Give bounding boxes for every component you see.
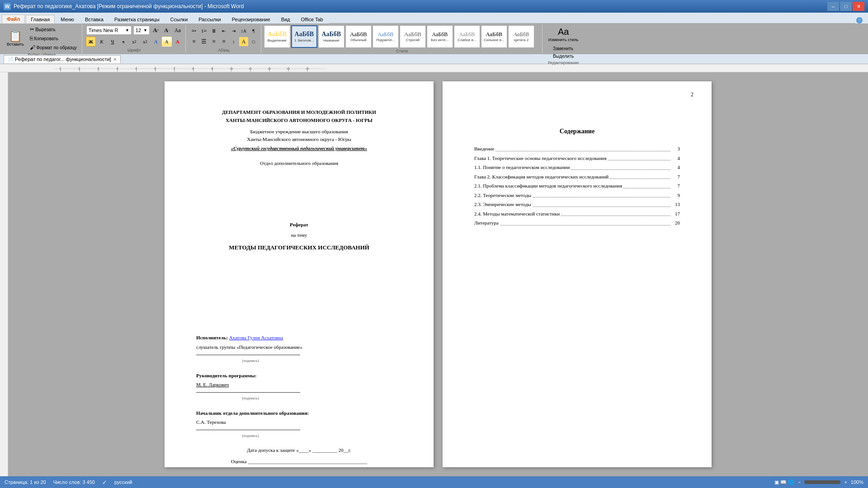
tab-officetab[interactable]: Office Tab — [296, 15, 328, 23]
format-painter-button[interactable]: 🖌 Формат по образцу — [28, 43, 79, 52]
tab-file[interactable]: Файл — [2, 14, 25, 23]
tab-mailings[interactable]: Рассылки — [193, 15, 226, 23]
read-mode-button[interactable]: 📖 — [780, 479, 787, 485]
maximize-button[interactable]: □ — [840, 2, 852, 11]
toc-item-1-1-text: 1.1. Понятие о педагогическом исследован… — [474, 164, 570, 171]
svg-text:10: 10 — [230, 67, 233, 70]
style-noint-label: Без инте... — [431, 38, 448, 42]
style-strict-label: Строгий — [406, 38, 420, 42]
shading-button[interactable]: A — [239, 37, 248, 46]
style-name[interactable]: АаБбВ Название — [318, 25, 344, 48]
minimize-button[interactable]: – — [827, 2, 839, 11]
zoom-slider[interactable] — [804, 480, 840, 484]
strikethrough-button[interactable]: з — [118, 37, 128, 47]
underline-button[interactable]: Ч — [108, 37, 118, 47]
clear-format-button[interactable]: Aa — [173, 26, 182, 35]
toc-item-lit-fill — [500, 225, 670, 225]
pages-container[interactable]: ДЕПАРТАМЕНТ ОБРАЗОВАНИЯ И МОЛОДЕЖНОЙ ПОЛ… — [8, 72, 868, 476]
align-left-button[interactable]: ≡ — [189, 37, 198, 46]
italic-button[interactable]: К — [97, 37, 107, 47]
styles-label: Стили — [264, 48, 540, 53]
toc-item-2-4-fill — [561, 216, 670, 216]
tab-view[interactable]: Вид — [276, 15, 295, 23]
bold-button[interactable]: Ж — [86, 37, 96, 47]
tab-home[interactable]: Главная — [26, 15, 55, 23]
increase-indent-button[interactable]: ⇥ — [229, 26, 238, 35]
multilevel-button[interactable]: ≣ — [209, 26, 218, 35]
justify-button[interactable]: ≡ — [219, 37, 228, 46]
copy-button[interactable]: ⎘ Копировать — [28, 34, 79, 42]
replace-button[interactable]: Заменить — [551, 45, 576, 52]
line-spacing-button[interactable]: ↕ — [229, 37, 238, 46]
style-weak[interactable]: АаБбВ Слабое в... — [454, 25, 480, 48]
style-highlight[interactable]: АаБбВ Выделение — [264, 25, 290, 48]
toc-item-ch1-text: Глава 1. Теоретические основы педагогиче… — [474, 155, 606, 162]
numbering-button[interactable]: 1≡ — [199, 26, 208, 35]
font-color-button[interactable]: A — [173, 37, 183, 47]
tab-menu[interactable]: Меню — [56, 15, 79, 23]
svg-text:1: 1 — [59, 67, 61, 70]
paste-button[interactable]: 📋 Вставить — [5, 29, 26, 48]
style-strict[interactable]: АаБбВ Строгий — [400, 25, 426, 48]
help-icon[interactable]: ? — [856, 17, 863, 23]
print-view-button[interactable]: ▣ — [774, 479, 779, 485]
decrease-indent-button[interactable]: ⇤ — [219, 26, 228, 35]
toc-item-2-1: 2.1. Проблема классификации методов педа… — [474, 182, 680, 190]
toc-list: Введение 3 Глава 1. Теоретические основы… — [474, 145, 680, 227]
font-size-box[interactable]: 12 ▼ — [133, 26, 150, 35]
superscript-button[interactable]: x2 — [140, 37, 150, 47]
zoom-minus-button[interactable]: − — [798, 479, 801, 485]
language: русский — [114, 479, 132, 485]
bullets-button[interactable]: ≡• — [189, 26, 198, 35]
svg-text:8: 8 — [192, 67, 194, 70]
page-2[interactable]: 2 Содержание Введение 3 Глава 1. Теорети… — [443, 81, 712, 467]
svg-text:13: 13 — [287, 67, 290, 70]
svg-text:3: 3 — [97, 67, 99, 70]
border-button[interactable]: □ — [249, 37, 258, 46]
toc-item-intro: Введение 3 — [474, 145, 680, 153]
align-center-button[interactable]: ☰ — [199, 37, 208, 46]
font-grow-button[interactable]: A+ — [151, 26, 160, 35]
font-name-box[interactable]: Times New R ▼ — [86, 26, 132, 35]
subscript-button[interactable]: x2 — [129, 37, 139, 47]
doc-tab-close[interactable]: ✕ — [113, 57, 117, 62]
zoom-plus-button[interactable]: + — [844, 479, 847, 485]
close-button[interactable]: ✕ — [853, 2, 864, 11]
text-effects-button[interactable]: A — [151, 37, 161, 47]
show-marks-button[interactable]: ¶ — [249, 26, 258, 35]
style-subheading[interactable]: АаБбВ Подзагол... — [373, 25, 399, 48]
author-label: Исполнитель: — [196, 335, 228, 340]
sort-button[interactable]: ↕A — [239, 26, 248, 35]
supervisor-sig-block: (подпись) — [196, 392, 402, 402]
head-sig-block: (подпись) — [196, 430, 402, 439]
toc-item-1-1: 1.1. Понятие о педагогическом исследован… — [474, 164, 680, 171]
tab-references[interactable]: Ссылки — [165, 15, 193, 23]
tab-review[interactable]: Рецензирование — [227, 15, 275, 23]
list-row: ≡• 1≡ ≣ ⇤ ⇥ ↕A ¶ — [189, 26, 258, 35]
tab-layout[interactable]: Разметка страницы — [109, 15, 165, 23]
edit-items: Aa Изменить стиль Заменить Выделить — [546, 25, 581, 60]
inst-line2: Ханты-Мансийского автономного округа - Ю… — [247, 136, 351, 142]
select-button[interactable]: Выделить — [551, 53, 576, 60]
style-strong[interactable]: АаБбВ Сильное в... — [481, 25, 507, 48]
web-view-button[interactable]: 🌐 — [788, 479, 794, 485]
styles-group: АаБбВ Выделение АаБбВ 1 Заголов... АаБбВ… — [262, 24, 542, 53]
page-1[interactable]: ДЕПАРТАМЕНТ ОБРАЗОВАНИЯ И МОЛОДЕЖНОЙ ПОЛ… — [165, 81, 434, 467]
toc-item-1-1-fill — [571, 169, 670, 170]
toc-item-ch2-text: Глава 2. Классификация методов педагогич… — [474, 173, 609, 181]
style-noint[interactable]: АаБбВ Без инте... — [427, 25, 453, 48]
font-shrink-button[interactable]: A- — [162, 26, 171, 35]
text-highlight-button[interactable]: A — [162, 37, 172, 47]
title-bar-buttons[interactable]: – □ ✕ — [827, 2, 864, 11]
style-normal[interactable]: АаБбВ Обычный — [345, 25, 372, 48]
document-tab[interactable]: 📄 Реферат по педагог... функциональности… — [4, 55, 121, 63]
change-style-button[interactable]: Aa Изменить стиль — [546, 25, 581, 43]
svg-text:9: 9 — [211, 67, 213, 70]
style-quote[interactable]: АаБбВ Цитата 2 — [508, 25, 534, 48]
supervisor-block: Руководитель программы: М. Е. Ларкович (… — [196, 371, 402, 402]
font-name-value: Times New R — [89, 28, 118, 33]
tab-insert[interactable]: Вставка — [80, 15, 108, 23]
style-heading1[interactable]: АаБбВ 1 Заголов... — [291, 25, 317, 48]
align-right-button[interactable]: ≡ — [209, 37, 218, 46]
cut-button[interactable]: ✂ Вырезать — [28, 25, 79, 33]
